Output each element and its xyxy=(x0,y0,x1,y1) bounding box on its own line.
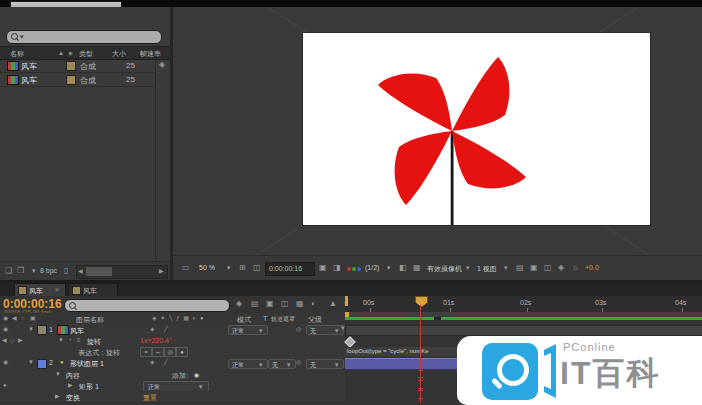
project-row[interactable]: 风车 合成 25 xyxy=(0,72,155,87)
close-icon[interactable]: × xyxy=(55,286,59,293)
mini-flowchart-icon[interactable]: ◈ xyxy=(558,264,564,272)
motion-blur-icon[interactable]: ▦ xyxy=(296,300,304,308)
add-keyframe-icon[interactable]: ◇ xyxy=(10,337,15,343)
scroll-right-icon[interactable]: ▶ xyxy=(159,268,164,274)
mask-visibility-icon[interactable]: ◫ xyxy=(544,264,552,272)
expression-pickwhip-icon[interactable]: ◎ xyxy=(164,347,176,357)
fast-preview-icon[interactable]: ◧ xyxy=(399,264,407,272)
parent-dropdown[interactable]: 无 ▾ xyxy=(306,325,344,335)
work-area-start-marker[interactable] xyxy=(345,296,348,306)
graph-editor-icon[interactable]: ▲ xyxy=(329,300,337,308)
video-column-icon: ◉ xyxy=(3,315,8,321)
layer-name[interactable]: 形状图层 1 xyxy=(70,359,104,369)
scroll-left-icon[interactable]: ◀ xyxy=(78,268,83,274)
expression-language-icon[interactable]: ● xyxy=(176,347,188,357)
viewer-timecode-field[interactable]: 0:00:00:16 xyxy=(265,262,315,276)
label-color-swatch[interactable] xyxy=(66,75,76,85)
bit-depth-icon[interactable]: ▾ xyxy=(32,267,36,275)
blend-mode-dropdown[interactable]: 正常 ▾ xyxy=(228,359,268,369)
timeline-search-input[interactable] xyxy=(64,299,230,312)
project-search-input[interactable]: ▾ xyxy=(6,30,162,44)
project-row[interactable]: 风车 合成 25 xyxy=(0,58,155,73)
toggle-mask-icon[interactable]: ◫ xyxy=(253,264,261,272)
eye-icon[interactable]: ◉ xyxy=(3,326,8,332)
flowchart-icon[interactable]: ◈ xyxy=(159,61,165,69)
search-options-icon[interactable]: ▾ xyxy=(20,33,24,41)
eye-icon[interactable]: ◉ xyxy=(3,359,8,365)
comp-mini-flowchart-icon[interactable]: ◈ xyxy=(236,300,242,308)
twirl-icon[interactable]: ▶ xyxy=(55,393,60,399)
label-color-swatch[interactable] xyxy=(66,61,76,71)
tab-composition-active[interactable]: 风车 × xyxy=(14,283,66,297)
label-column-icon[interactable]: ◈ xyxy=(68,50,73,56)
collapse-switch-icon[interactable]: ◈ xyxy=(150,359,155,365)
add-shape-icon[interactable]: ◉ xyxy=(194,371,199,378)
reset-link[interactable]: 重置 xyxy=(143,393,157,403)
tab-composition[interactable]: 风车 xyxy=(68,283,118,297)
quality-switch-icon[interactable]: ╱ xyxy=(164,359,168,365)
trash-icon[interactable]: ▯ xyxy=(64,267,68,275)
bit-depth-label[interactable]: 8 bpc xyxy=(40,267,57,274)
visibility-dot-icon[interactable]: ● xyxy=(3,382,7,388)
twirl-icon[interactable]: ▼ xyxy=(58,337,64,343)
collapse-switch-icon[interactable]: ◈ xyxy=(150,326,155,332)
composition-canvas[interactable] xyxy=(303,33,650,225)
camera-view-value[interactable]: 有效摄像机 xyxy=(427,264,462,274)
trkmat-dropdown[interactable]: 无 ▾ xyxy=(268,359,296,369)
shy-icon[interactable]: ▣ xyxy=(266,300,274,308)
transparency-grid-icon[interactable]: ▦ xyxy=(413,264,421,272)
region-of-interest-icon[interactable]: ▭ xyxy=(182,264,190,272)
twirl-icon[interactable]: ▼ xyxy=(55,371,61,377)
twirl-icon[interactable]: ▼ xyxy=(28,359,34,365)
blend-mode-dropdown[interactable]: 正常 ▾ xyxy=(228,325,268,335)
quality-switch-icon[interactable]: ╱ xyxy=(164,326,168,332)
view-layout-value[interactable]: 1 视图 xyxy=(477,264,497,274)
interpret-footage-icon[interactable]: ❏ xyxy=(5,267,12,275)
expression-graph-icon[interactable]: ⌐ xyxy=(152,347,164,357)
expression-enable-icon[interactable]: = xyxy=(140,347,152,357)
column-trkmat[interactable]: 轨道遮罩 xyxy=(271,315,295,324)
track-options-icon[interactable]: ▾ xyxy=(341,324,345,332)
frame-blend-icon[interactable]: ◫ xyxy=(281,300,289,308)
time-ruler[interactable]: 00s 01s 02s 03s 04s xyxy=(345,296,702,313)
transform-label[interactable]: 变换 xyxy=(66,393,80,403)
parent-pickwhip-icon[interactable]: ◎ xyxy=(296,359,301,365)
auto-keyframe-icon[interactable]: ◐ xyxy=(311,300,316,308)
lock-column-icon: ▣ xyxy=(30,315,36,321)
grid-guides-icon[interactable]: ⊞ xyxy=(239,264,246,272)
share-view-icon[interactable]: ▤ xyxy=(516,264,524,272)
project-footer: ❏ ❐ ▾ 8 bpc ▯ ◀ ▶ xyxy=(0,261,170,281)
transform-row[interactable]: ▶ 变换 重置 xyxy=(0,391,345,403)
resolution-dropdown-icon[interactable]: ▾ xyxy=(387,264,391,272)
scrollbar-thumb[interactable] xyxy=(86,267,112,276)
region2-icon[interactable]: ▣ xyxy=(530,264,538,272)
show-snapshot-icon[interactable]: ◨ xyxy=(333,264,341,272)
twirl-icon[interactable]: ▶ xyxy=(68,382,73,388)
parent-dropdown[interactable]: 无 ▾ xyxy=(306,359,344,369)
watermark-title: IT百科 xyxy=(560,352,660,396)
expression-text[interactable]: loopOut(type = "cycle", numKe xyxy=(347,348,428,354)
camera-dropdown-icon[interactable]: ▾ xyxy=(466,264,470,272)
twirl-icon[interactable]: ▼ xyxy=(28,326,34,332)
sort-arrow-icon[interactable]: ▲ xyxy=(58,50,64,56)
channels-icon[interactable] xyxy=(347,267,351,271)
draft-3d-icon[interactable]: ▤ xyxy=(251,300,259,308)
comp-layer-bar[interactable] xyxy=(345,325,702,336)
exposure-value[interactable]: +0.0 xyxy=(585,264,599,271)
view-layout-dropdown-icon[interactable]: ▾ xyxy=(504,264,508,272)
exposure-icon[interactable]: ☼ xyxy=(572,264,579,272)
next-keyframe-icon[interactable]: ▶ xyxy=(18,337,23,343)
new-folder-icon[interactable]: ❐ xyxy=(17,267,24,275)
parent-pickwhip-icon[interactable]: ◎ xyxy=(296,326,301,332)
magnification-value[interactable]: 50 % xyxy=(199,264,215,271)
resolution-value[interactable]: (1/2) xyxy=(365,264,379,271)
project-scrollbar[interactable]: ◀ ▶ xyxy=(76,265,168,279)
magnification-dropdown-icon[interactable]: ▾ xyxy=(227,264,231,272)
render-bar-gap xyxy=(434,317,441,320)
layer-label-swatch[interactable] xyxy=(37,359,47,369)
stopwatch-icon[interactable]: ◔ xyxy=(68,337,72,343)
rotation-value[interactable]: 1x+220.4° xyxy=(140,337,172,344)
prev-keyframe-icon[interactable]: ◀ xyxy=(2,337,7,343)
snapshot-icon[interactable]: ▣ xyxy=(319,264,327,272)
layer-label-swatch[interactable] xyxy=(37,325,47,335)
